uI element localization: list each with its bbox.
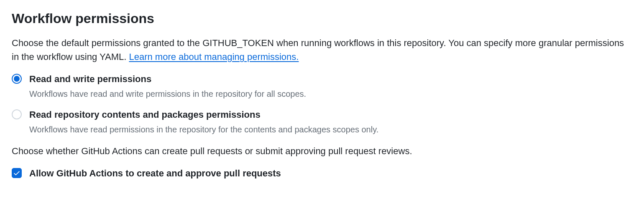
secondary-description: Choose whether GitHub Actions can create… (12, 144, 632, 158)
radio-description: Workflows have read and write permission… (29, 88, 632, 100)
radio-description: Workflows have read permissions in the r… (29, 123, 632, 136)
permissions-radio-group: Read and write permissions Workflows hav… (12, 72, 632, 136)
radio-read-only[interactable] (12, 109, 22, 119)
radio-option-read-only: Read repository contents and packages pe… (12, 108, 632, 136)
radio-label: Read and write permissions (29, 72, 632, 86)
learn-more-link[interactable]: Learn more about managing permissions. (129, 52, 299, 62)
section-heading: Workflow permissions (12, 8, 632, 28)
radio-option-read-write: Read and write permissions Workflows hav… (12, 72, 632, 100)
radio-read-write[interactable] (12, 74, 22, 84)
section-description: Choose the default permissions granted t… (12, 36, 632, 64)
radio-content: Read repository contents and packages pe… (29, 108, 632, 136)
radio-content: Read and write permissions Workflows hav… (29, 72, 632, 100)
checkbox-allow-pr[interactable] (12, 168, 22, 178)
checkbox-option-allow-pr: Allow GitHub Actions to create and appro… (12, 166, 632, 180)
radio-label: Read repository contents and packages pe… (29, 108, 632, 122)
check-icon (13, 169, 20, 177)
checkbox-label: Allow GitHub Actions to create and appro… (29, 166, 281, 180)
description-text: Choose the default permissions granted t… (12, 38, 624, 62)
